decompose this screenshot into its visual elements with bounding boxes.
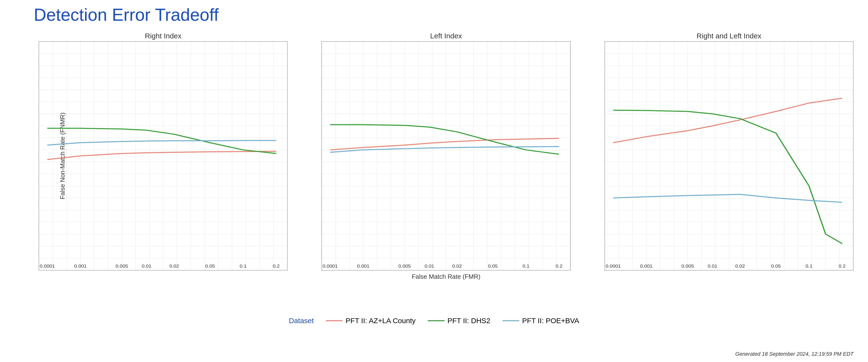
chart-right-index: Right Index False Non-Match Rate (FNMR) <box>10 32 292 309</box>
svg-text:0.005: 0.005 <box>681 264 694 269</box>
svg-text:0.2: 0.2 <box>839 264 845 269</box>
svg-text:0.0001: 0.0001 <box>40 264 55 269</box>
svg-text:0.005: 0.005 <box>116 264 128 269</box>
charts-container: Right Index False Non-Match Rate (FNMR) <box>10 32 858 309</box>
main-title: Detection Error Tradeoff <box>34 5 858 25</box>
svg-text:0.02: 0.02 <box>452 264 462 269</box>
legend-container: Dataset PFT II: AZ+LA County PFT II: DHS… <box>10 317 858 325</box>
chart-title-left-index: Left Index <box>321 32 570 40</box>
svg-text:0.0001: 0.0001 <box>322 264 338 269</box>
svg-text:0.001: 0.001 <box>74 264 87 269</box>
chart-title-right-left-index: Right and Left Index <box>604 32 854 40</box>
x-axis-label-center: False Match Rate (FMR) <box>321 273 570 280</box>
svg-text:0.05: 0.05 <box>488 264 498 269</box>
svg-text:0.005: 0.005 <box>399 264 411 269</box>
chart-area-left-index: 0.2 0.1 0.05 0.02 0.01 0.005 0.001 0.000… <box>321 41 570 271</box>
chart-svg-right-index: 0.2 0.1 0.05 0.02 0.01 0.005 0.001 0.000… <box>39 42 287 270</box>
legend-line-dhs2 <box>428 320 444 321</box>
svg-text:0.1: 0.1 <box>806 264 812 269</box>
svg-text:0.2: 0.2 <box>556 264 563 269</box>
svg-text:0.02: 0.02 <box>169 264 179 269</box>
legend-label-dhs2: PFT II: DHS2 <box>447 317 490 325</box>
legend-line-az-la <box>326 320 343 321</box>
svg-text:0.001: 0.001 <box>640 264 652 269</box>
svg-text:0.1: 0.1 <box>240 264 247 269</box>
chart-area-right-left-index: 0.2 0.1 0.05 0.02 0.01 0.005 0.001 0.000… <box>604 41 854 271</box>
svg-text:0.01: 0.01 <box>425 264 434 269</box>
svg-text:0.2: 0.2 <box>273 264 280 269</box>
svg-text:0.05: 0.05 <box>205 264 215 269</box>
svg-text:0.0001: 0.0001 <box>606 264 621 269</box>
chart-svg-left-index: 0.2 0.1 0.05 0.02 0.01 0.005 0.001 0.000… <box>322 42 570 270</box>
page: Detection Error Tradeoff Right Index Fal… <box>0 0 868 362</box>
footer-text: Generated 18 September 2024, 12:19:59 PM… <box>735 351 854 357</box>
chart-left-index: Left Index <box>292 32 575 309</box>
svg-text:0.1: 0.1 <box>523 264 529 269</box>
chart-area-right-index: 0.2 0.1 0.05 0.02 0.01 0.005 0.001 0.000… <box>38 41 288 271</box>
legend-dataset-label: Dataset <box>289 317 314 325</box>
legend-label-poe-bva: PFT II: POE+BVA <box>522 317 579 325</box>
chart-svg-right-left-index: 0.2 0.1 0.05 0.02 0.01 0.005 0.001 0.000… <box>605 42 853 270</box>
svg-text:0.05: 0.05 <box>771 264 781 269</box>
chart-title-right-index: Right Index <box>38 32 288 40</box>
legend-label-az-la: PFT II: AZ+LA County <box>345 317 415 325</box>
legend-line-poe-bva <box>502 320 519 321</box>
chart-right-left-index: Right and Left Index <box>576 32 858 309</box>
legend-item-dhs2: PFT II: DHS2 <box>428 317 490 325</box>
legend-item-az-la: PFT II: AZ+LA County <box>326 317 415 325</box>
svg-text:0.01: 0.01 <box>708 264 717 269</box>
legend-item-poe-bva: PFT II: POE+BVA <box>502 317 579 325</box>
svg-text:0.02: 0.02 <box>735 264 745 269</box>
svg-text:0.001: 0.001 <box>357 264 370 269</box>
svg-text:0.01: 0.01 <box>142 264 151 269</box>
